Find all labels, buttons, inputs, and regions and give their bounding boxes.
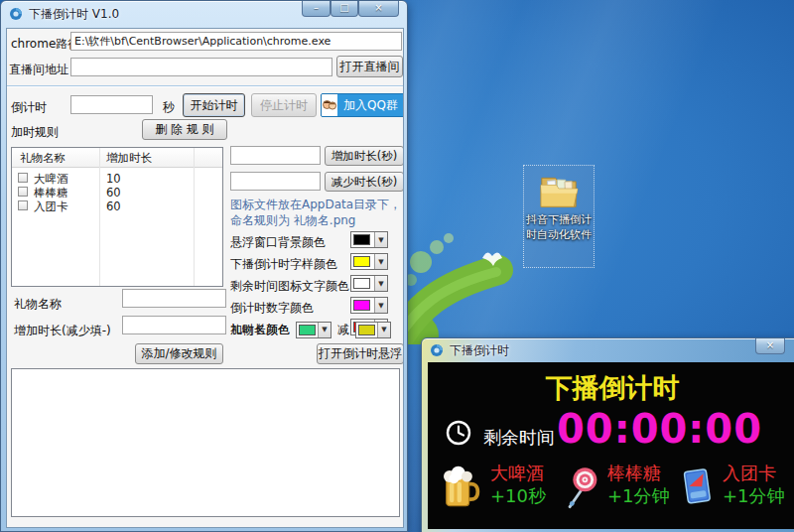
maximize-button[interactable]: □	[331, 1, 358, 17]
overlay-heading: 下播倒计时	[428, 370, 794, 406]
app-icon	[430, 343, 444, 357]
gift-name: 棒棒糖	[607, 464, 670, 483]
gift-bonus: +1分钟	[607, 486, 670, 506]
gift-duration-column-header: 增加时长	[106, 151, 152, 166]
join-qq-group-button[interactable]: 加入QQ群	[321, 93, 404, 117]
countdown-input[interactable]	[70, 95, 153, 114]
chevron-down-icon: ▼	[374, 254, 387, 269]
folder-icon	[537, 172, 581, 209]
gift-duration-cell: 10	[106, 172, 121, 186]
digits-color-dropdown[interactable]: ▼	[350, 297, 388, 314]
desktop: 抖音下播倒计时自动化软件 下播倒计时 V1.0 – □ × chrome路径 直…	[0, 0, 794, 532]
color-swatch	[353, 234, 370, 245]
row-checkbox[interactable]	[18, 173, 28, 183]
minus-duration-color-dropdown[interactable]: ▼	[355, 322, 391, 338]
log-textarea[interactable]	[11, 368, 400, 517]
gift-name-column-header: 礼物名称	[20, 151, 66, 166]
color-swatch	[353, 300, 370, 311]
icon-hint-line2: 命名规则为 礼物名.png	[230, 212, 355, 229]
main-window: 下播倒计时 V1.0 – □ × chrome路径 直播间地址 打开直播间 倒计…	[0, 0, 408, 532]
add-seconds-button[interactable]: 增加时长(秒)	[325, 146, 404, 166]
gift-bonus: +1分钟	[723, 486, 785, 506]
bonus-rules-label: 加时规则	[11, 124, 59, 141]
room-url-input[interactable]	[70, 58, 332, 76]
desktop-folder-label: 抖音下播倒计时自动化软件	[526, 212, 592, 242]
add-seconds-input[interactable]	[230, 146, 321, 165]
main-window-titlebar[interactable]: 下播倒计时 V1.0 – □ ×	[1, 1, 407, 27]
gift-form-name-label: 礼物名称	[14, 296, 62, 313]
chevron-down-icon: ▼	[377, 323, 390, 337]
remaining-time-label: 剩余时间	[483, 426, 555, 450]
overlay-close-button[interactable]: ×	[755, 338, 785, 354]
overlay-content: 下播倒计时 剩余时间 00:00:00	[428, 362, 794, 529]
open-countdown-float-button[interactable]: 打开倒计时悬浮	[317, 343, 404, 364]
chevron-down-icon: ▼	[374, 276, 387, 291]
wallpaper-branch	[399, 220, 516, 344]
gift-table-header: 礼物名称 增加时长	[12, 148, 222, 168]
countdown-label: 倒计时	[11, 99, 47, 116]
remaining-text-color-label: 剩余时间图标文字颜色	[230, 278, 349, 295]
gift-bonus-item: 棒棒糖 +1分钟	[561, 464, 670, 511]
app-icon	[9, 7, 23, 21]
minimize-button[interactable]: –	[302, 1, 331, 17]
icon-hint-line1: 图标文件放在AppData目录下，	[230, 197, 401, 213]
table-row[interactable]: 棒棒糖 60	[12, 186, 222, 200]
qq-group-icon	[322, 94, 337, 116]
table-row[interactable]: 入团卡 60	[12, 200, 222, 213]
close-button[interactable]: ×	[358, 1, 399, 17]
gift-duration-cell: 60	[106, 186, 121, 200]
heading-color-dropdown[interactable]: ▼	[350, 253, 388, 270]
butterfly-icon	[482, 252, 502, 266]
open-room-button[interactable]: 打开直播间	[336, 56, 403, 77]
heading-color-label: 下播倒计时字样颜色	[230, 256, 337, 273]
overlay-titlebar[interactable]: 下播倒计时 ×	[422, 338, 794, 362]
room-url-label: 直播间地址	[9, 62, 68, 78]
start-timer-button[interactable]: 开始计时	[183, 93, 245, 117]
main-window-title: 下播倒计时 V1.0	[29, 6, 119, 23]
gift-bonus-item: 入团卡 +1分钟	[678, 464, 785, 511]
gift-name: 大啤酒	[490, 464, 546, 483]
gift-rules-table[interactable]: 礼物名称 增加时长 大啤酒 10 棒棒糖 60 入团卡	[11, 147, 223, 287]
desktop-folder-douyin-countdown[interactable]: 抖音下播倒计时自动化软件	[523, 165, 595, 268]
row-checkbox[interactable]	[18, 200, 28, 210]
color-swatch	[299, 325, 316, 335]
countdown-overlay-window: 下播倒计时 × 下播倒计时 剩余时间 00:00:00	[421, 337, 794, 532]
overlay-title: 下播倒计时	[450, 342, 509, 359]
countdown-time-value: 00:00:00	[557, 406, 762, 452]
subtract-seconds-button[interactable]: 减少时长(秒)	[325, 172, 404, 192]
gift-form-name-input[interactable]	[122, 289, 226, 308]
subtract-seconds-input[interactable]	[230, 172, 321, 191]
float-bg-color-label: 悬浮窗口背景颜色	[230, 234, 326, 251]
gift-form-duration-label: 增加时长(减少填-)	[14, 323, 111, 339]
join-qq-group-label: 加入QQ群	[337, 97, 404, 114]
duration-color-row: 加时长颜色 ▼ 减 ▼	[230, 320, 391, 339]
chevron-down-icon: ▼	[318, 323, 331, 337]
float-bg-color-dropdown[interactable]: ▼	[350, 231, 388, 248]
color-swatch	[353, 256, 370, 267]
chevron-down-icon: ▼	[374, 232, 387, 247]
gift-name-cell: 入团卡	[34, 200, 68, 214]
gift-form-duration-input[interactable]	[122, 316, 226, 334]
gift-duration-cell: 60	[106, 200, 121, 213]
lollipop-icon	[561, 464, 600, 511]
seconds-unit-label: 秒	[163, 99, 175, 116]
table-row[interactable]: 大啤酒 10	[12, 172, 222, 186]
row-checkbox[interactable]	[18, 187, 28, 197]
chevron-down-icon: ▼	[374, 298, 387, 313]
chrome-path-input[interactable]	[70, 32, 402, 51]
color-swatch	[353, 278, 370, 289]
add-modify-rule-button[interactable]: 添加/修改规则	[135, 343, 223, 364]
chrome-path-label: chrome路径	[11, 36, 79, 53]
digits-color-label: 倒计时数字颜色	[230, 300, 314, 317]
column-divider	[194, 148, 195, 286]
gift-bonus-item: 大啤酒 +10秒	[440, 464, 546, 511]
add-duration-color-dropdown[interactable]: ▼	[296, 322, 331, 338]
main-window-client-area: chrome路径 直播间地址 打开直播间 倒计时 秒 开始计时 停止计时	[6, 28, 404, 528]
gift-bonus: +10秒	[490, 486, 546, 506]
remaining-text-color-dropdown[interactable]: ▼	[350, 275, 388, 292]
color-swatch	[358, 325, 375, 335]
stop-timer-button[interactable]: 停止计时	[251, 93, 317, 117]
column-divider	[99, 148, 100, 286]
delete-rule-button[interactable]: 删 除 规 则	[142, 119, 227, 140]
card-icon	[678, 464, 716, 511]
